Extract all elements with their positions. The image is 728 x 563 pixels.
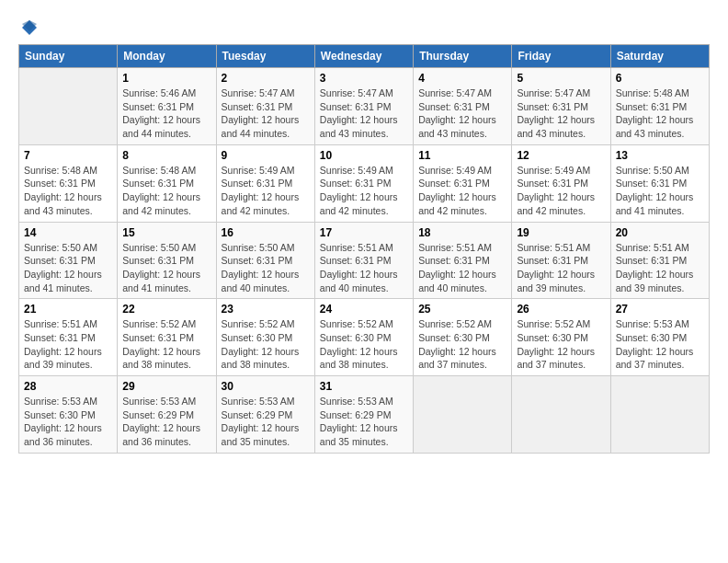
day-info: Sunrise: 5:48 AMSunset: 6:31 PMDaylight:… <box>24 164 112 218</box>
calendar-cell <box>512 376 610 454</box>
day-number: 10 <box>320 149 408 162</box>
day-number: 11 <box>418 149 506 162</box>
calendar-cell: 13Sunrise: 5:50 AMSunset: 6:31 PMDayligh… <box>610 144 709 222</box>
day-number: 23 <box>222 303 310 316</box>
day-info: Sunrise: 5:49 AMSunset: 6:31 PMDaylight:… <box>320 164 408 218</box>
calendar-cell: 15Sunrise: 5:50 AMSunset: 6:31 PMDayligh… <box>118 222 216 299</box>
calendar-cell: 24Sunrise: 5:52 AMSunset: 6:30 PMDayligh… <box>314 299 413 376</box>
calendar-cell: 16Sunrise: 5:50 AMSunset: 6:31 PMDayligh… <box>216 222 314 299</box>
day-info: Sunrise: 5:50 AMSunset: 6:31 PMDaylight:… <box>222 241 310 295</box>
day-info: Sunrise: 5:49 AMSunset: 6:31 PMDaylight:… <box>222 164 310 218</box>
weekday-header-monday: Monday <box>118 45 216 68</box>
day-number: 12 <box>517 149 605 162</box>
day-info: Sunrise: 5:48 AMSunset: 6:31 PMDaylight:… <box>122 164 210 218</box>
calendar-cell: 1Sunrise: 5:46 AMSunset: 6:31 PMDaylight… <box>118 68 216 145</box>
day-info: Sunrise: 5:52 AMSunset: 6:30 PMDaylight:… <box>517 317 605 372</box>
calendar-cell: 2Sunrise: 5:47 AMSunset: 6:31 PMDaylight… <box>216 68 314 145</box>
week-row-4: 21Sunrise: 5:51 AMSunset: 6:31 PMDayligh… <box>19 299 710 376</box>
day-number: 17 <box>320 226 408 239</box>
calendar-cell <box>19 68 118 145</box>
day-number: 8 <box>122 149 210 162</box>
calendar-cell: 28Sunrise: 5:53 AMSunset: 6:30 PMDayligh… <box>19 376 118 454</box>
day-number: 2 <box>222 72 310 85</box>
day-number: 13 <box>616 149 704 162</box>
day-info: Sunrise: 5:51 AMSunset: 6:31 PMDaylight:… <box>418 241 506 295</box>
page-header <box>18 18 710 37</box>
calendar-cell: 8Sunrise: 5:48 AMSunset: 6:31 PMDaylight… <box>118 144 216 222</box>
weekday-header-sunday: Sunday <box>19 45 118 68</box>
logo <box>18 18 39 37</box>
day-number: 14 <box>24 226 112 239</box>
day-info: Sunrise: 5:50 AMSunset: 6:31 PMDaylight:… <box>616 164 704 218</box>
week-row-5: 28Sunrise: 5:53 AMSunset: 6:30 PMDayligh… <box>19 376 710 454</box>
logo-icon <box>20 18 39 37</box>
day-info: Sunrise: 5:53 AMSunset: 6:30 PMDaylight:… <box>24 395 112 449</box>
day-info: Sunrise: 5:53 AMSunset: 6:29 PMDaylight:… <box>122 395 210 449</box>
calendar-cell: 12Sunrise: 5:49 AMSunset: 6:31 PMDayligh… <box>512 144 610 222</box>
weekday-header-saturday: Saturday <box>610 45 709 68</box>
day-number: 18 <box>418 226 506 239</box>
calendar-cell: 4Sunrise: 5:47 AMSunset: 6:31 PMDaylight… <box>414 68 512 145</box>
calendar-cell: 19Sunrise: 5:51 AMSunset: 6:31 PMDayligh… <box>512 222 610 299</box>
day-info: Sunrise: 5:51 AMSunset: 6:31 PMDaylight:… <box>24 317 112 372</box>
day-number: 5 <box>517 72 605 85</box>
day-number: 7 <box>24 149 112 162</box>
day-number: 22 <box>122 303 210 316</box>
day-info: Sunrise: 5:53 AMSunset: 6:29 PMDaylight:… <box>222 395 310 449</box>
week-row-3: 14Sunrise: 5:50 AMSunset: 6:31 PMDayligh… <box>19 222 710 299</box>
weekday-header-tuesday: Tuesday <box>216 45 314 68</box>
calendar-cell: 23Sunrise: 5:52 AMSunset: 6:30 PMDayligh… <box>216 299 314 376</box>
day-info: Sunrise: 5:47 AMSunset: 6:31 PMDaylight:… <box>517 86 605 141</box>
calendar-cell: 27Sunrise: 5:53 AMSunset: 6:30 PMDayligh… <box>610 299 709 376</box>
calendar-cell: 26Sunrise: 5:52 AMSunset: 6:30 PMDayligh… <box>512 299 610 376</box>
day-number: 29 <box>122 380 210 393</box>
week-row-1: 1Sunrise: 5:46 AMSunset: 6:31 PMDaylight… <box>19 68 710 145</box>
day-info: Sunrise: 5:50 AMSunset: 6:31 PMDaylight:… <box>122 241 210 295</box>
calendar-cell: 30Sunrise: 5:53 AMSunset: 6:29 PMDayligh… <box>216 376 314 454</box>
calendar-cell <box>414 376 512 454</box>
day-info: Sunrise: 5:53 AMSunset: 6:29 PMDaylight:… <box>320 395 408 449</box>
day-info: Sunrise: 5:46 AMSunset: 6:31 PMDaylight:… <box>122 86 210 141</box>
day-info: Sunrise: 5:51 AMSunset: 6:31 PMDaylight:… <box>616 241 704 295</box>
day-number: 16 <box>222 226 310 239</box>
day-number: 30 <box>222 380 310 393</box>
calendar-cell: 6Sunrise: 5:48 AMSunset: 6:31 PMDaylight… <box>610 68 709 145</box>
day-number: 24 <box>320 303 408 316</box>
day-number: 9 <box>222 149 310 162</box>
day-number: 4 <box>418 72 506 85</box>
day-number: 31 <box>320 380 408 393</box>
calendar-cell: 18Sunrise: 5:51 AMSunset: 6:31 PMDayligh… <box>414 222 512 299</box>
day-number: 20 <box>616 226 704 239</box>
day-number: 26 <box>517 303 605 316</box>
calendar-cell: 22Sunrise: 5:52 AMSunset: 6:31 PMDayligh… <box>118 299 216 376</box>
day-info: Sunrise: 5:52 AMSunset: 6:31 PMDaylight:… <box>122 317 210 372</box>
day-info: Sunrise: 5:50 AMSunset: 6:31 PMDaylight:… <box>24 241 112 295</box>
calendar-cell: 25Sunrise: 5:52 AMSunset: 6:30 PMDayligh… <box>414 299 512 376</box>
day-info: Sunrise: 5:47 AMSunset: 6:31 PMDaylight:… <box>418 86 506 141</box>
day-info: Sunrise: 5:49 AMSunset: 6:31 PMDaylight:… <box>517 164 605 218</box>
calendar-cell: 20Sunrise: 5:51 AMSunset: 6:31 PMDayligh… <box>610 222 709 299</box>
calendar-cell: 9Sunrise: 5:49 AMSunset: 6:31 PMDaylight… <box>216 144 314 222</box>
weekday-header-wednesday: Wednesday <box>314 45 413 68</box>
day-number: 3 <box>320 72 408 85</box>
day-info: Sunrise: 5:47 AMSunset: 6:31 PMDaylight:… <box>320 86 408 141</box>
calendar-cell: 31Sunrise: 5:53 AMSunset: 6:29 PMDayligh… <box>314 376 413 454</box>
day-info: Sunrise: 5:47 AMSunset: 6:31 PMDaylight:… <box>222 86 310 141</box>
week-row-2: 7Sunrise: 5:48 AMSunset: 6:31 PMDaylight… <box>19 144 710 222</box>
calendar-cell: 3Sunrise: 5:47 AMSunset: 6:31 PMDaylight… <box>314 68 413 145</box>
day-info: Sunrise: 5:48 AMSunset: 6:31 PMDaylight:… <box>616 86 704 141</box>
day-number: 27 <box>616 303 704 316</box>
day-info: Sunrise: 5:52 AMSunset: 6:30 PMDaylight:… <box>222 317 310 372</box>
calendar-cell <box>610 376 709 454</box>
calendar-table: SundayMondayTuesdayWednesdayThursdayFrid… <box>18 44 710 454</box>
calendar-cell: 11Sunrise: 5:49 AMSunset: 6:31 PMDayligh… <box>414 144 512 222</box>
day-number: 15 <box>122 226 210 239</box>
day-info: Sunrise: 5:49 AMSunset: 6:31 PMDaylight:… <box>418 164 506 218</box>
calendar-cell: 14Sunrise: 5:50 AMSunset: 6:31 PMDayligh… <box>19 222 118 299</box>
calendar-cell: 29Sunrise: 5:53 AMSunset: 6:29 PMDayligh… <box>118 376 216 454</box>
calendar-cell: 7Sunrise: 5:48 AMSunset: 6:31 PMDaylight… <box>19 144 118 222</box>
calendar-cell: 17Sunrise: 5:51 AMSunset: 6:31 PMDayligh… <box>314 222 413 299</box>
weekday-header-friday: Friday <box>512 45 610 68</box>
calendar-cell: 10Sunrise: 5:49 AMSunset: 6:31 PMDayligh… <box>314 144 413 222</box>
day-info: Sunrise: 5:51 AMSunset: 6:31 PMDaylight:… <box>320 241 408 295</box>
